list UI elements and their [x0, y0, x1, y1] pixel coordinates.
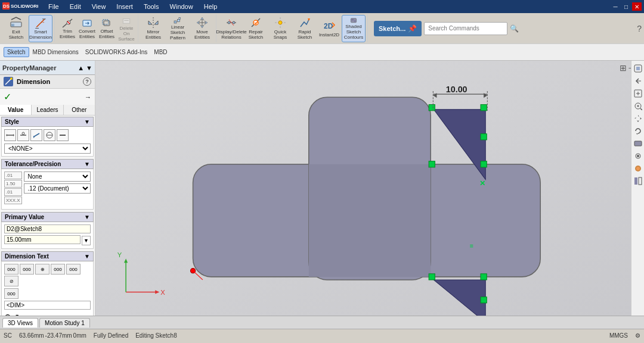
shaded-sketch-contours-button[interactable]: ShadedSketchContours: [342, 15, 366, 42]
move-entities-button[interactable]: Move Entities: [190, 15, 214, 42]
search-commands-input[interactable]: [424, 22, 507, 35]
pm-tab-other[interactable]: Other: [64, 105, 95, 115]
svg-rect-30: [352, 19, 354, 20]
rotate-button[interactable]: [633, 126, 643, 136]
svg-text:Y: Y: [117, 251, 122, 258]
pm-tab-leaders[interactable]: Leaders: [32, 105, 63, 115]
mbd-dimensions-tab[interactable]: MBD Dimensions: [30, 48, 82, 57]
dim-text-input[interactable]: [4, 301, 91, 310]
view-orientation-button[interactable]: [633, 63, 643, 74]
dim-btn-4[interactable]: 000: [66, 264, 80, 275]
help-icon[interactable]: ?: [637, 24, 642, 33]
display-delete-relations-button[interactable]: Display/DeleteRelations: [219, 15, 243, 42]
trim-entities-button[interactable]: TrimEntities: [58, 15, 77, 42]
menu-file[interactable]: File: [45, 3, 62, 10]
svg-rect-16: [174, 20, 177, 23]
rapid-sketch-button[interactable]: RapidSketch: [293, 15, 317, 42]
view-previous-button[interactable]: [633, 76, 643, 86]
pm-scroll-down-icon[interactable]: ▼: [86, 64, 92, 71]
sketch-ref-input[interactable]: [4, 224, 91, 233]
style-icon-0[interactable]: [4, 129, 16, 141]
style-icon-2[interactable]: [30, 129, 42, 141]
toolbar-group-transform: Mirror Entities Linear Sketch Pattern Mo…: [140, 14, 216, 42]
section-view-button[interactable]: [633, 176, 643, 186]
tolerance-section-content: .01 1.50 .01 XXX.X None .12 (Document): [1, 169, 94, 210]
dimension-text-section-header[interactable]: Dimension Text ▼: [1, 251, 94, 261]
viewport-expand-icon[interactable]: ⊞: [620, 63, 627, 73]
primary-value-collapse-icon: ▼: [84, 214, 90, 220]
dim-btn-6[interactable]: 000: [4, 288, 18, 299]
repair-sketch-button[interactable]: RepairSketch: [244, 15, 268, 42]
mirror-entities-button[interactable]: Mirror Entities: [141, 15, 165, 42]
appearance-button[interactable]: [633, 163, 643, 174]
style-icon-4[interactable]: [57, 129, 69, 141]
style-label: Style: [5, 119, 19, 125]
sketch-mode-label: Sketch...: [379, 25, 405, 32]
dim-extra-icon-1[interactable]: ↗: [13, 312, 20, 316]
tolerance-section-header[interactable]: Tolerance/Precision ▼: [1, 159, 94, 169]
dim-btn-3[interactable]: 000: [51, 264, 65, 275]
pm-content: Style ▼: [0, 116, 95, 316]
units-config-icon[interactable]: ⚙: [635, 332, 640, 339]
style-select[interactable]: <NONE>: [4, 144, 91, 154]
style-section-header[interactable]: Style ▼: [1, 117, 94, 127]
svg-text:=: =: [470, 243, 473, 250]
quick-snaps-button[interactable]: QuickSnaps: [268, 15, 292, 42]
svg-rect-87: [634, 141, 642, 146]
instant2d-button[interactable]: 2D Instant2D: [317, 15, 341, 42]
pan-button[interactable]: [633, 113, 643, 124]
smart-dimension-button[interactable]: ↔ SmartDimension: [29, 15, 52, 42]
accept-button[interactable]: ✓: [4, 91, 11, 102]
menu-help[interactable]: Help: [201, 3, 221, 10]
svg-point-33: [10, 77, 13, 80]
dim-btn-0[interactable]: 000: [4, 264, 18, 275]
maximize-button[interactable]: □: [621, 2, 631, 11]
menu-edit[interactable]: Edit: [67, 3, 84, 10]
dim-btn-1[interactable]: 000: [20, 264, 34, 275]
menu-tools[interactable]: Tools: [141, 3, 162, 10]
pm-tabs: Value Leaders Other: [0, 105, 95, 116]
tolerance-type-select[interactable]: None: [24, 172, 91, 182]
sketch-tab[interactable]: Sketch: [4, 47, 29, 57]
convert-entities-button[interactable]: ConvertEntities: [78, 15, 97, 42]
motion-study-tab[interactable]: Motion Study 1: [39, 318, 90, 328]
style-icon-1[interactable]: [17, 129, 29, 141]
value-spinner[interactable]: ▼: [82, 236, 91, 245]
primary-value-label: Primary Value: [5, 214, 44, 220]
minimize-button[interactable]: ─: [611, 2, 620, 11]
linear-pattern-button[interactable]: Linear Sketch Pattern: [166, 15, 190, 42]
exit-sketch-button[interactable]: ⊞ ExitSketch: [4, 15, 28, 42]
main-area: PropertyManager ▲ ▼ Dimension ? ✓ → Valu…: [0, 61, 644, 316]
dimension-text-section-content: 000 000 ⊕ 000 000 ⊘ 000 ⊕ ↗: [1, 261, 94, 316]
svg-rect-18: [179, 17, 181, 19]
menu-view[interactable]: View: [89, 3, 109, 10]
solidworks-addins-tab[interactable]: SOLIDWORKS Add-Ins: [82, 48, 150, 57]
pm-tab-value[interactable]: Value: [0, 105, 32, 115]
zoom-area-button[interactable]: [633, 101, 643, 111]
dim-btn-5[interactable]: ⊘: [4, 276, 18, 286]
precision-select[interactable]: .12 (Document): [24, 183, 91, 194]
pm-scroll-up-icon[interactable]: ▲: [78, 64, 84, 71]
checkmark-area: ✓ →: [0, 89, 95, 105]
dim-btn-2[interactable]: ⊕: [35, 264, 49, 275]
delete-on-button[interactable]: DeleteOnSurface: [117, 15, 136, 42]
viewport[interactable]: ✕ = 10.00: [95, 61, 644, 316]
mbd-tab[interactable]: MBD: [151, 48, 170, 57]
dim-extra-icon-0[interactable]: ⊕: [4, 312, 11, 316]
dimension-help-button[interactable]: ?: [83, 77, 91, 86]
expand-arrow[interactable]: →: [85, 93, 91, 101]
3d-views-tab[interactable]: 3D Views: [2, 318, 38, 328]
view-display-button[interactable]: [633, 138, 643, 149]
hide-show-button[interactable]: [633, 151, 643, 161]
close-button[interactable]: ✕: [632, 2, 642, 11]
menu-insert[interactable]: Insert: [113, 3, 136, 10]
svg-text:↔: ↔: [40, 18, 45, 24]
style-icon-3[interactable]: [44, 129, 55, 141]
menu-window[interactable]: Window: [167, 3, 196, 10]
offset-entities-button[interactable]: OffsetEntities: [97, 15, 116, 42]
tolerance-dropdowns: None .12 (Document): [24, 172, 91, 204]
zoom-fit-button[interactable]: [633, 88, 643, 99]
primary-value-section-header[interactable]: Primary Value ▼: [1, 212, 94, 222]
svg-rect-56: [429, 274, 435, 280]
dimension-value-input[interactable]: [4, 235, 80, 244]
